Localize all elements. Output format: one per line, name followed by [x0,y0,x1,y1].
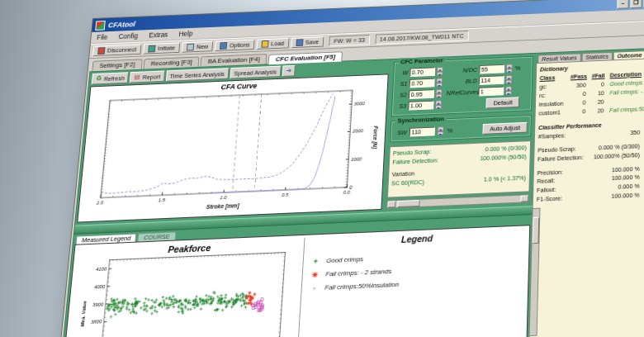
initiate-button[interactable]: Initiate [143,42,180,54]
auto-adjust-button[interactable]: Auto Adjust [483,122,528,135]
svg-text:0: 0 [349,184,353,189]
results-pane: Result Values Statistics Outcome Diction… [528,49,644,337]
svg-text:Force [N]: Force [N] [372,126,380,150]
refresh-button[interactable]: ♻Refresh [92,72,130,84]
sc-rdc-label: SC 60(RDC) [391,178,424,188]
firmware-status: FW: W = 33 [329,35,370,46]
detach-arrow-icon: ➜ [286,68,291,74]
w-field[interactable] [410,67,435,77]
new-file-icon [187,44,194,51]
initiate-icon [148,45,155,53]
good-crimps-marker-icon: + [311,254,320,268]
svg-text:0.5: 0.5 [282,192,289,197]
fail-2-strands-marker-icon: ✳ [310,268,320,282]
s1-field[interactable] [409,78,434,88]
desktop-background: { "window": {"title": "CFAtool"}, "icons… [0,0,644,337]
bld-spinner[interactable] [505,75,512,84]
dictionary-table: Class #Pass #Fail Description gc: 300 0 … [538,70,644,118]
svg-text:3900: 3900 [92,301,105,307]
options-button[interactable]: Options [215,40,254,51]
options-icon [220,42,227,50]
svg-text:3800: 3800 [91,319,103,325]
open-folder-icon [262,40,269,48]
scroll-right-arrow[interactable] [520,195,528,202]
nrefcurves-spinner[interactable] [505,86,512,95]
save-disk-icon [296,39,303,46]
failure-detection-label: Failure Detection: [392,156,438,167]
loaded-file-status: 14.08.2017/KW.08_TW011 NTC [375,31,469,45]
sw-field[interactable] [409,127,434,137]
row-class: custom1 [538,108,567,118]
refresh-icon: ♻ [96,75,102,82]
menu-file[interactable]: File [97,33,108,41]
s3-spinner[interactable] [435,100,442,109]
svg-text:Mea. Value: Mea. Value [80,301,88,327]
fail-insulation-marker-icon: ▫ [310,282,319,296]
synchronization-title: Synchronization [395,115,447,124]
ndc-field[interactable] [479,64,504,74]
sw-spinner[interactable] [437,126,443,135]
new-button[interactable]: New [182,41,213,53]
cfa-curve-plot: 2.01.51.00.50.00100020003000Force [N]Str… [78,84,387,217]
default-button[interactable]: Default [486,97,519,108]
peakforce-plot: 360037003800390040004100Mea. Value [63,249,302,337]
s2-spinner[interactable] [435,89,442,98]
svg-text:1.5: 1.5 [159,197,167,203]
menu-extras[interactable]: Extras [149,31,168,39]
w-spinner[interactable] [436,67,443,76]
outcome-panel: Dictionary Class #Pass #Fail Description… [528,58,644,337]
load-button[interactable]: Load [257,38,290,50]
detection-status-box: Pseudo Scrap:0.000 % (0/300) Failure Det… [386,140,531,198]
maximize-button[interactable]: ❒ [630,0,642,8]
parameter-pane: CFC Parameter W S1 S2 S3 N/DC% BLD [383,54,537,211]
spread-analysis-button[interactable]: Spread Analysis [230,66,281,79]
cfc-parameter-group: CFC Parameter W S1 S2 S3 N/DC% BLD [391,56,533,116]
nrefcurves-field[interactable] [478,87,504,97]
disconnect-button[interactable]: Disconnect [92,44,141,56]
peakforce-chart: Peakforce 360037003800390040004100Mea. V… [63,235,305,337]
s2-field[interactable] [409,89,434,99]
svg-text:Stroke [mm]: Stroke [mm] [206,202,240,211]
minimize-button[interactable]: – [617,0,628,9]
app-window: CFAtool – ❒ ✕ File Config Extras Help Di… [56,0,644,337]
svg-text:3000: 3000 [354,101,366,107]
vscrollbar-thumb[interactable] [533,217,540,244]
cfa-curve-chart: CFA Curve 2.01.51.00.50.00100020003000Fo… [77,74,388,222]
scroll-left-arrow[interactable] [387,201,395,207]
time-series-analysis-button[interactable]: Time Series Analysis [165,68,229,82]
scrollbar-thumb[interactable] [397,200,420,207]
svg-text:1000: 1000 [351,156,362,162]
ndc-spinner[interactable] [505,64,512,73]
save-button[interactable]: Save [291,36,324,48]
s3-field[interactable] [408,101,433,111]
bld-field[interactable] [478,75,504,85]
cfc-evaluation-panel: ♻Refresh ▤Report Time Series Analysis Sp… [59,48,644,337]
sc-rdc-value: 1.0 % (< 1.37%) [484,173,526,184]
svg-text:1.0: 1.0 [220,195,227,201]
svg-text:2.0: 2.0 [96,200,105,206]
s1-spinner[interactable] [436,78,443,87]
menu-config[interactable]: Config [118,31,138,40]
failure-detection-value: 100.000% (50/50) [480,153,526,164]
synchronization-group: Synchronization SW % Auto Adjust [390,115,532,143]
detach-button[interactable]: ➜ [282,65,296,77]
app-icon [95,21,106,31]
svg-text:4000: 4000 [94,283,107,289]
report-button[interactable]: ▤Report [130,70,164,83]
legend-panel: Legend +Good crimps ✳Fail crimps: - 2 st… [297,225,529,337]
cfc-parameter-title: CFC Parameter [398,56,446,65]
connection-icon [97,47,105,55]
svg-text:4100: 4100 [96,266,107,272]
svg-text:2000: 2000 [352,128,364,134]
report-icon: ▤ [134,74,140,81]
menu-help[interactable]: Help [178,30,192,38]
legend-title: Legend [313,230,522,249]
measured-legend-panel: Peakforce 360037003800390040004100Mea. V… [62,225,530,337]
svg-text:0.0: 0.0 [343,189,351,195]
